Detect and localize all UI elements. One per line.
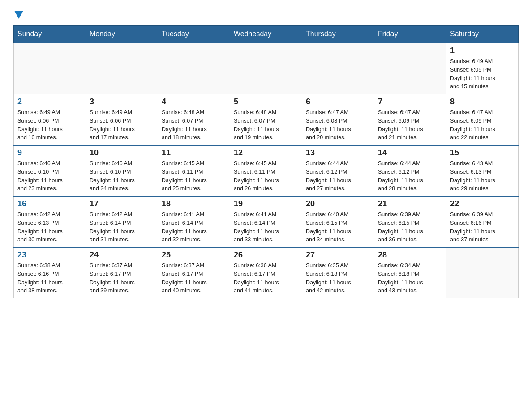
calendar-cell: 24Sunrise: 6:37 AM Sunset: 6:17 PM Dayli… [86,247,158,298]
day-number: 14 [378,148,442,158]
calendar-cell [86,43,158,94]
day-number: 26 [234,250,298,260]
day-number: 23 [17,250,82,260]
calendar-week-row: 23Sunrise: 6:38 AM Sunset: 6:16 PM Dayli… [14,247,519,298]
day-number: 28 [378,250,442,260]
day-info: Sunrise: 6:42 AM Sunset: 6:13 PM Dayligh… [17,210,82,244]
calendar-cell: 5Sunrise: 6:48 AM Sunset: 6:07 PM Daylig… [230,94,302,145]
day-number: 27 [306,250,370,260]
calendar-week-row: 16Sunrise: 6:42 AM Sunset: 6:13 PM Dayli… [14,196,519,247]
day-info: Sunrise: 6:41 AM Sunset: 6:14 PM Dayligh… [162,210,226,244]
calendar-cell: 21Sunrise: 6:39 AM Sunset: 6:15 PM Dayli… [374,196,446,247]
day-info: Sunrise: 6:36 AM Sunset: 6:17 PM Dayligh… [234,261,298,295]
day-number: 18 [162,199,226,209]
column-header-friday: Friday [374,26,446,43]
day-number: 8 [450,97,515,107]
calendar-week-row: 2Sunrise: 6:49 AM Sunset: 6:06 PM Daylig… [14,94,519,145]
calendar-cell [14,43,86,94]
day-info: Sunrise: 6:49 AM Sunset: 6:05 PM Dayligh… [450,57,515,91]
day-number: 1 [450,46,515,56]
day-info: Sunrise: 6:45 AM Sunset: 6:11 PM Dayligh… [234,159,298,193]
logo [13,9,23,18]
day-number: 17 [90,199,154,209]
calendar-cell: 15Sunrise: 6:43 AM Sunset: 6:13 PM Dayli… [446,145,519,196]
day-number: 24 [90,250,154,260]
day-number: 11 [162,148,226,158]
logo-triangle-icon [14,11,23,19]
column-header-sunday: Sunday [14,26,86,43]
day-number: 4 [162,97,226,107]
calendar-header-row: SundayMondayTuesdayWednesdayThursdayFrid… [14,26,519,43]
day-info: Sunrise: 6:47 AM Sunset: 6:09 PM Dayligh… [450,108,515,142]
calendar-cell: 20Sunrise: 6:40 AM Sunset: 6:15 PM Dayli… [302,196,374,247]
calendar-cell: 19Sunrise: 6:41 AM Sunset: 6:14 PM Dayli… [230,196,302,247]
day-info: Sunrise: 6:45 AM Sunset: 6:11 PM Dayligh… [162,159,226,193]
day-info: Sunrise: 6:41 AM Sunset: 6:14 PM Dayligh… [234,210,298,244]
day-info: Sunrise: 6:35 AM Sunset: 6:18 PM Dayligh… [306,261,370,295]
calendar-cell: 14Sunrise: 6:44 AM Sunset: 6:12 PM Dayli… [374,145,446,196]
day-info: Sunrise: 6:34 AM Sunset: 6:18 PM Dayligh… [378,261,442,295]
calendar-cell: 17Sunrise: 6:42 AM Sunset: 6:14 PM Dayli… [86,196,158,247]
day-info: Sunrise: 6:46 AM Sunset: 6:10 PM Dayligh… [90,159,154,193]
day-info: Sunrise: 6:44 AM Sunset: 6:12 PM Dayligh… [378,159,442,193]
day-info: Sunrise: 6:44 AM Sunset: 6:12 PM Dayligh… [306,159,370,193]
column-header-tuesday: Tuesday [158,26,230,43]
calendar-cell: 16Sunrise: 6:42 AM Sunset: 6:13 PM Dayli… [14,196,86,247]
day-info: Sunrise: 6:40 AM Sunset: 6:15 PM Dayligh… [306,210,370,244]
calendar-cell [158,43,230,94]
calendar-cell: 27Sunrise: 6:35 AM Sunset: 6:18 PM Dayli… [302,247,374,298]
calendar-week-row: 9Sunrise: 6:46 AM Sunset: 6:10 PM Daylig… [14,145,519,196]
calendar-cell: 3Sunrise: 6:49 AM Sunset: 6:06 PM Daylig… [86,94,158,145]
day-info: Sunrise: 6:47 AM Sunset: 6:09 PM Dayligh… [378,108,442,142]
day-info: Sunrise: 6:48 AM Sunset: 6:07 PM Dayligh… [234,108,298,142]
day-number: 10 [90,148,154,158]
calendar-cell: 18Sunrise: 6:41 AM Sunset: 6:14 PM Dayli… [158,196,230,247]
day-info: Sunrise: 6:42 AM Sunset: 6:14 PM Dayligh… [90,210,154,244]
day-info: Sunrise: 6:47 AM Sunset: 6:08 PM Dayligh… [306,108,370,142]
calendar-cell: 1Sunrise: 6:49 AM Sunset: 6:05 PM Daylig… [446,43,519,94]
page-header [13,9,519,18]
day-info: Sunrise: 6:38 AM Sunset: 6:16 PM Dayligh… [17,261,82,295]
day-info: Sunrise: 6:37 AM Sunset: 6:17 PM Dayligh… [90,261,154,295]
calendar-cell: 11Sunrise: 6:45 AM Sunset: 6:11 PM Dayli… [158,145,230,196]
calendar-cell [374,43,446,94]
calendar-cell: 25Sunrise: 6:37 AM Sunset: 6:17 PM Dayli… [158,247,230,298]
calendar-cell: 12Sunrise: 6:45 AM Sunset: 6:11 PM Dayli… [230,145,302,196]
day-number: 20 [306,199,370,209]
day-number: 3 [90,97,154,107]
column-header-saturday: Saturday [446,26,519,43]
day-number: 22 [450,199,515,209]
day-info: Sunrise: 6:39 AM Sunset: 6:16 PM Dayligh… [450,210,515,244]
day-number: 15 [450,148,515,158]
day-number: 2 [17,97,82,107]
day-info: Sunrise: 6:39 AM Sunset: 6:15 PM Dayligh… [378,210,442,244]
day-info: Sunrise: 6:49 AM Sunset: 6:06 PM Dayligh… [90,108,154,142]
column-header-monday: Monday [86,26,158,43]
calendar-cell: 22Sunrise: 6:39 AM Sunset: 6:16 PM Dayli… [446,196,519,247]
calendar-table: SundayMondayTuesdayWednesdayThursdayFrid… [13,25,519,298]
column-header-wednesday: Wednesday [230,26,302,43]
day-info: Sunrise: 6:43 AM Sunset: 6:13 PM Dayligh… [450,159,515,193]
day-number: 6 [306,97,370,107]
calendar-cell: 13Sunrise: 6:44 AM Sunset: 6:12 PM Dayli… [302,145,374,196]
day-info: Sunrise: 6:48 AM Sunset: 6:07 PM Dayligh… [162,108,226,142]
day-number: 21 [378,199,442,209]
calendar-cell: 23Sunrise: 6:38 AM Sunset: 6:16 PM Dayli… [14,247,86,298]
calendar-cell: 10Sunrise: 6:46 AM Sunset: 6:10 PM Dayli… [86,145,158,196]
day-info: Sunrise: 6:37 AM Sunset: 6:17 PM Dayligh… [162,261,226,295]
calendar-cell [230,43,302,94]
calendar-cell: 9Sunrise: 6:46 AM Sunset: 6:10 PM Daylig… [14,145,86,196]
day-number: 13 [306,148,370,158]
column-header-thursday: Thursday [302,26,374,43]
day-number: 7 [378,97,442,107]
day-number: 25 [162,250,226,260]
day-number: 19 [234,199,298,209]
calendar-cell: 2Sunrise: 6:49 AM Sunset: 6:06 PM Daylig… [14,94,86,145]
calendar-cell [446,247,519,298]
day-number: 16 [17,199,82,209]
calendar-cell [302,43,374,94]
calendar-cell: 6Sunrise: 6:47 AM Sunset: 6:08 PM Daylig… [302,94,374,145]
day-number: 5 [234,97,298,107]
calendar-cell: 7Sunrise: 6:47 AM Sunset: 6:09 PM Daylig… [374,94,446,145]
calendar-week-row: 1Sunrise: 6:49 AM Sunset: 6:05 PM Daylig… [14,43,519,94]
